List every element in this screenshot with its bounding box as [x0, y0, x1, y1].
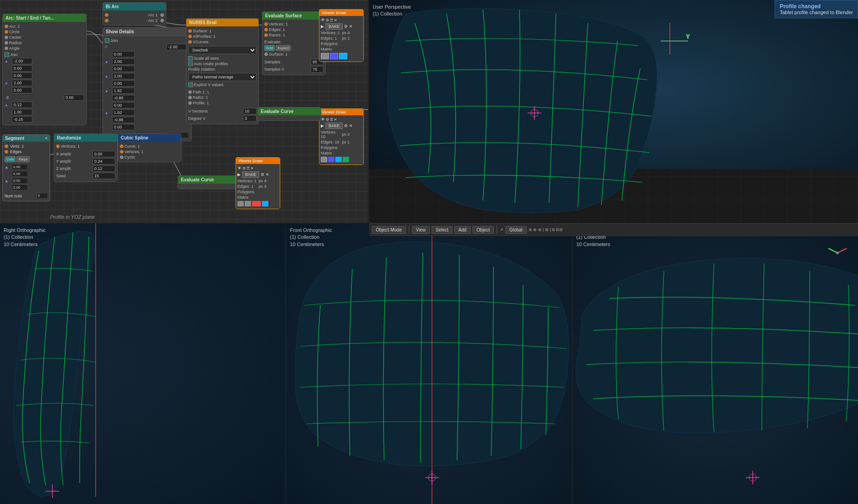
samples-v-input[interactable]	[311, 66, 324, 72]
vd3-title: Viewer Draw	[238, 159, 262, 163]
nurbs-node[interactable]: NURBS Brail Surface: 1 AllProfiles: 1 VC…	[186, 18, 259, 124]
arc-t-val1[interactable]	[12, 102, 32, 108]
bake-btn-3[interactable]: BAKE	[242, 171, 259, 178]
viewer-draw-1[interactable]: Viewer Draw 👁 ⚙ ☰ ✕ ▶ BAKE ⚙ ✕	[319, 9, 364, 62]
cubic-spline-node[interactable]: Cubic Spline Curve: 1 Vertices: 1 Cyclic	[118, 134, 181, 162]
bake-btn-2[interactable]: BAKE	[325, 123, 343, 129]
arc-val-3[interactable]	[12, 72, 32, 79]
cuts-btn[interactable]: Cuts	[5, 156, 15, 162]
sd-val4[interactable]	[112, 66, 135, 72]
seed-input[interactable]	[92, 173, 115, 179]
auto-rotate-checkbox[interactable]	[188, 62, 193, 66]
eval-curve2-title: Evaluate Curve	[181, 177, 214, 182]
top-mesh-svg: Y	[573, 223, 858, 504]
z-amplit-input[interactable]	[92, 165, 115, 172]
cubic-spline-body: Curve: 1 Vertices: 1 Cyclic	[118, 142, 181, 162]
view-btn[interactable]: View	[412, 226, 430, 234]
sd-val12[interactable]	[112, 124, 135, 130]
evaluate-curve-1-node[interactable]: Evaluate Curve	[257, 107, 321, 121]
add-btn[interactable]: Add	[454, 226, 471, 234]
viewport-top-ortho[interactable]: Y Top Orthographic (1) Collection 10 Cen…	[573, 223, 858, 504]
top-section: Arc: Start / End / Tan... Arc: 1 Circle …	[0, 0, 858, 223]
sd-val10[interactable]	[112, 109, 135, 116]
sd-val9[interactable]	[112, 102, 135, 108]
viewport-front-ortho[interactable]: Front Orthographic (1) Collection 10 Cen…	[286, 223, 572, 504]
randomize-title: Randomize	[57, 135, 81, 140]
node-editor[interactable]: Arc: Start / End / Tan... Arc: 1 Circle …	[0, 0, 369, 223]
randomize-node[interactable]: Randomize Vertices: 1 X amplit Y amplit	[54, 134, 118, 182]
object-btn[interactable]: Object	[473, 226, 494, 234]
seg-val2[interactable]	[12, 171, 28, 177]
arc-val-1[interactable]	[12, 58, 32, 64]
randomize-header: Randomize	[54, 134, 117, 142]
randomize-body: Vertices: 1 X amplit Y amplit Z amplit	[54, 142, 117, 181]
seg-val1[interactable]	[12, 164, 28, 170]
eval-curve1-title: Evaluate Curve	[261, 109, 293, 114]
segment-menu[interactable]: ≡	[45, 136, 47, 141]
sd-val8[interactable]	[112, 95, 135, 101]
num-cuts-input[interactable]	[36, 193, 48, 199]
seg-val3[interactable]	[12, 178, 28, 184]
y-amplit-input[interactable]	[92, 158, 115, 165]
show-details-header: Show Details	[103, 28, 191, 36]
eval-curve2-header: Evaluate Curve	[178, 176, 241, 184]
cubic-spline-title: Cubic Spline	[121, 135, 149, 140]
segment-verts-label: Verts: 1	[9, 144, 25, 149]
grid-btn[interactable]: Grid	[264, 45, 275, 51]
viewport-perspective[interactable]: Y User Perspective (1) Collection Profil…	[369, 0, 858, 223]
bake-btn-1[interactable]: BAKE	[325, 23, 343, 30]
evaluate-surface-body: Vertices: 1 Edges: 1 Races: 1 Evaluate:	[262, 20, 325, 75]
arc-val-4[interactable]	[12, 80, 32, 86]
obj-mode-btn[interactable]: Object Mode	[372, 226, 406, 234]
viewport-toolbar[interactable]: Object Mode View Select Add Object ↗ Glo…	[369, 223, 858, 236]
arc-t-val3[interactable]	[12, 116, 32, 123]
viewer-draw-3[interactable]: Viewer Draw 👁 ⚙ ☰ ✕ ▶ BAKE ⚙ ✕	[236, 157, 280, 209]
viewer-draw-2[interactable]: Viewer Draw 👁 ⚙ ☰ ✕ ▶ BAKE ⚙ ✕	[319, 108, 364, 165]
sd-val6[interactable]	[112, 80, 135, 87]
show-details-node[interactable]: Show Details Join P	[103, 27, 191, 141]
scale-all-checkbox[interactable]	[188, 56, 193, 61]
arc-val-5[interactable]	[12, 87, 32, 93]
eval-curve1-header: Evaluate Curve	[258, 108, 321, 115]
segment-edges-label: Edges	[9, 149, 23, 154]
num-cuts-label: Num cuts	[5, 194, 36, 198]
sd-val5[interactable]	[112, 73, 135, 79]
steps-btn[interactable]: Steps	[16, 156, 29, 162]
sd-val3[interactable]	[112, 58, 135, 65]
explicit-btn[interactable]: Explicit	[276, 45, 291, 51]
arc-val-2[interactable]	[12, 65, 32, 72]
arc-start-node[interactable]: Arc: Start / End / Tan... Arc: 1 Circle …	[2, 14, 87, 125]
explicit-v-checkbox[interactable]	[188, 82, 193, 87]
toolbar-icons: ⊕ ⊕ ⊕ | ⊞ | ⧉ ⧉ ⧉	[529, 227, 563, 232]
sd-val2[interactable]	[112, 51, 135, 57]
vd2-header: Viewer Draw	[319, 109, 363, 115]
show-details-title: Show Details	[106, 29, 134, 34]
vd3-header: Viewer Draw	[236, 158, 280, 164]
viewport-right-ortho[interactable]: Right Orthographic (1) Collection 10 Cen…	[0, 223, 286, 504]
evaluate-surface-node[interactable]: Evaluate Surface Vertices: 1 Edges: 1 Ra…	[262, 11, 326, 75]
segment-node[interactable]: Segment ≡ Verts: 1 Edges Cuts Steps	[2, 134, 50, 201]
sd-val11[interactable]	[112, 117, 135, 123]
evaluate-curve-2-node[interactable]: Evaluate Curve	[178, 175, 241, 189]
paths-normal-dropdown[interactable]: Paths Normal Average	[188, 73, 257, 81]
sep1	[409, 226, 409, 234]
x-amplit-input[interactable]	[92, 151, 115, 157]
arc-t-val2[interactable]	[12, 109, 32, 115]
vd1-header: Viewer Draw	[319, 10, 363, 16]
axis-svg	[826, 242, 849, 264]
degree-v-input[interactable]	[243, 115, 257, 122]
v-sections-input[interactable]	[243, 108, 257, 114]
bi-arc-node[interactable]: Bi Arc Arc 1 Arc 2	[103, 2, 166, 26]
join-checkbox[interactable]	[5, 52, 9, 57]
vd3-body: 👁 ⚙ ☰ ✕ ▶ BAKE ⚙ ✕ Vertices: 1 px 4	[236, 164, 280, 209]
bottom-section: Right Orthographic (1) Collection 10 Cen…	[0, 223, 858, 504]
svechok-dropdown[interactable]: Svechok	[188, 46, 257, 54]
global-btn[interactable]: Global	[505, 226, 527, 234]
sd-val7[interactable]	[112, 87, 135, 94]
svg-line-17	[837, 248, 847, 253]
toolbar-icon-1: ↗	[500, 227, 503, 232]
arc-e-val[interactable]	[64, 94, 84, 101]
join-sd-checkbox[interactable]	[105, 38, 109, 43]
select-btn[interactable]: Select	[432, 226, 452, 234]
seg-val4[interactable]	[12, 185, 28, 190]
